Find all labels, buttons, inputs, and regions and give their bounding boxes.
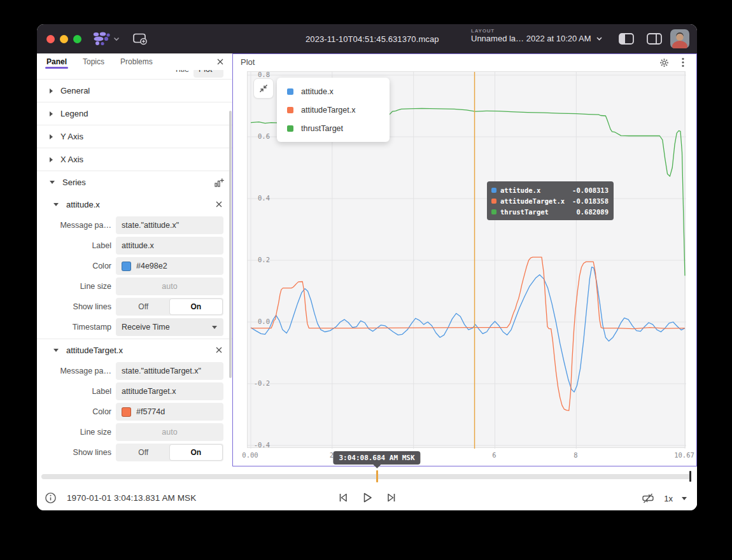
show-lines-toggle: Off On bbox=[116, 298, 223, 316]
field-show-lines: Show lines Off On bbox=[37, 297, 232, 317]
add-series-button[interactable] bbox=[213, 177, 225, 188]
caret-right-icon bbox=[50, 111, 53, 116]
section-x-axis[interactable]: X Axis bbox=[37, 148, 232, 171]
user-avatar[interactable] bbox=[670, 29, 689, 48]
loop-playback-button[interactable] bbox=[641, 491, 655, 505]
line-size-input[interactable]: auto bbox=[116, 423, 223, 441]
layout-menu[interactable]: LAYOUT Unnamed la… 2022 at 10:20 AM bbox=[471, 28, 603, 43]
series-header-attitude-x[interactable]: attitude.x bbox=[37, 193, 232, 215]
plot-legend: attitude.x attitudeTarget.x thrustTarget bbox=[277, 78, 390, 142]
field-label: Label attitudeTarget.x bbox=[37, 381, 232, 402]
collapse-legend-button[interactable] bbox=[253, 78, 274, 99]
data-source-info-button[interactable] bbox=[45, 492, 57, 507]
show-lines-off-button[interactable]: Off bbox=[117, 445, 170, 460]
color-swatch[interactable] bbox=[122, 262, 131, 271]
app-menu[interactable] bbox=[92, 31, 120, 46]
caret-right-icon bbox=[50, 88, 53, 94]
field-line-size: Line size auto bbox=[37, 276, 232, 297]
playback-scrubber[interactable] bbox=[41, 474, 691, 479]
legend-item-thrust-target[interactable]: thrustTarget bbox=[277, 119, 390, 137]
data-source-title: 2023-11-10T04:51:45.631370.mcap bbox=[306, 24, 439, 53]
y-tick-label: 0.6 bbox=[258, 132, 270, 140]
caret-down-icon bbox=[53, 203, 59, 206]
show-lines-on-button[interactable]: On bbox=[170, 445, 223, 460]
x-tick-label: 10.67 bbox=[674, 451, 694, 459]
transport-controls bbox=[336, 491, 398, 505]
label-input[interactable]: attitudeTarget.x bbox=[116, 382, 223, 400]
chevron-down-icon bbox=[113, 37, 120, 41]
caret-right-icon bbox=[50, 134, 53, 139]
seek-forward-button[interactable] bbox=[384, 491, 398, 505]
play-button[interactable] bbox=[360, 491, 374, 505]
section-general[interactable]: General bbox=[37, 79, 232, 102]
speed-dropdown-icon[interactable] bbox=[682, 497, 687, 500]
line-size-input[interactable]: auto bbox=[116, 277, 223, 295]
legend-item-attitude-x[interactable]: attitude.x bbox=[277, 82, 390, 101]
caret-down-icon bbox=[212, 326, 217, 329]
x-tick-label: 6 bbox=[492, 451, 496, 459]
close-sidebar-button[interactable] bbox=[215, 57, 225, 67]
section-legend[interactable]: Legend bbox=[37, 102, 232, 125]
close-icon bbox=[215, 200, 223, 208]
field-label: Label attitude.x bbox=[37, 235, 232, 256]
field-timestamp: Timestamp Receive Time bbox=[37, 317, 232, 337]
layout-label: LAYOUT bbox=[471, 28, 603, 34]
plot-panel-title: Plot bbox=[241, 57, 255, 67]
y-tick-label: 0.0 bbox=[258, 318, 270, 325]
label-input[interactable]: attitude.x bbox=[116, 237, 223, 255]
series-color-swatch bbox=[491, 188, 496, 193]
plot-panel: Plot bbox=[232, 53, 697, 466]
legend-item-attitude-target-x[interactable]: attitudeTarget.x bbox=[277, 101, 390, 119]
sidebar-scrollbar[interactable] bbox=[229, 111, 232, 378]
right-sidebar-toggle-button[interactable] bbox=[646, 32, 663, 48]
right-sidebar-icon bbox=[646, 32, 663, 45]
series-color-swatch bbox=[287, 125, 293, 132]
left-sidebar-toggle-button[interactable] bbox=[618, 32, 635, 48]
color-input[interactable]: #f5774d bbox=[116, 403, 223, 421]
show-lines-off-button[interactable]: Off bbox=[117, 299, 170, 314]
add-window-icon bbox=[132, 32, 148, 45]
layout-name: Unnamed la… 2022 at 10:20 AM bbox=[471, 34, 591, 43]
tab-problems[interactable]: Problems bbox=[120, 53, 153, 70]
remove-series-button[interactable] bbox=[213, 199, 225, 210]
series-color-swatch bbox=[491, 199, 496, 204]
y-tick-label: -0.4 bbox=[254, 441, 270, 449]
add-series-icon bbox=[214, 178, 224, 188]
show-lines-on-button[interactable]: On bbox=[170, 299, 223, 314]
playback-options: 1x bbox=[641, 491, 687, 505]
remove-series-button[interactable] bbox=[213, 344, 225, 356]
panel-menu-button[interactable] bbox=[677, 57, 689, 68]
tab-panel[interactable]: Panel bbox=[46, 53, 67, 70]
close-icon bbox=[216, 58, 224, 66]
y-tick-label: -0.2 bbox=[254, 379, 270, 387]
gear-icon bbox=[659, 58, 669, 67]
add-window-button[interactable] bbox=[132, 32, 148, 45]
plot-hover-tooltip: attitude.x -0.008313 attitudeTarget.x -0… bbox=[487, 181, 614, 220]
message-path-input[interactable]: state."attitudeTarget.x" bbox=[116, 362, 223, 380]
color-input[interactable]: #4e98e2 bbox=[116, 257, 223, 275]
caret-right-icon bbox=[50, 157, 53, 162]
color-swatch[interactable] bbox=[122, 407, 131, 417]
panel-settings-button[interactable] bbox=[658, 57, 670, 68]
timestamp-select[interactable]: Receive Time bbox=[116, 318, 223, 336]
y-tick-label: 0.8 bbox=[258, 71, 270, 78]
kebab-icon bbox=[682, 57, 684, 67]
title-field-label: Title bbox=[37, 70, 189, 74]
minimize-window-button[interactable] bbox=[60, 35, 68, 43]
close-window-button[interactable] bbox=[46, 35, 55, 43]
seek-backward-button[interactable] bbox=[336, 491, 350, 505]
series-header-attitude-target-x[interactable]: attitudeTarget.x bbox=[37, 339, 232, 361]
scrubber-position-marker[interactable] bbox=[689, 471, 691, 482]
title-field-input[interactable]: Plot bbox=[194, 70, 223, 78]
screen: 2023-11-10T04:51:45.631370.mcap LAYOUT U… bbox=[0, 0, 732, 560]
series-color-swatch bbox=[287, 107, 293, 113]
section-y-axis[interactable]: Y Axis bbox=[37, 125, 232, 148]
message-path-input[interactable]: state."attitude.x" bbox=[116, 216, 223, 234]
titlebar: 2023-11-10T04:51:45.631370.mcap LAYOUT U… bbox=[37, 24, 697, 53]
skip-back-icon bbox=[337, 491, 349, 504]
current-timestamp: 1970-01-01 3:04:13.831 AM MSK bbox=[67, 493, 196, 503]
playback-speed[interactable]: 1x bbox=[664, 494, 673, 503]
section-series[interactable]: Series bbox=[37, 171, 232, 193]
tab-topics[interactable]: Topics bbox=[83, 53, 104, 70]
zoom-window-button[interactable] bbox=[73, 35, 81, 43]
